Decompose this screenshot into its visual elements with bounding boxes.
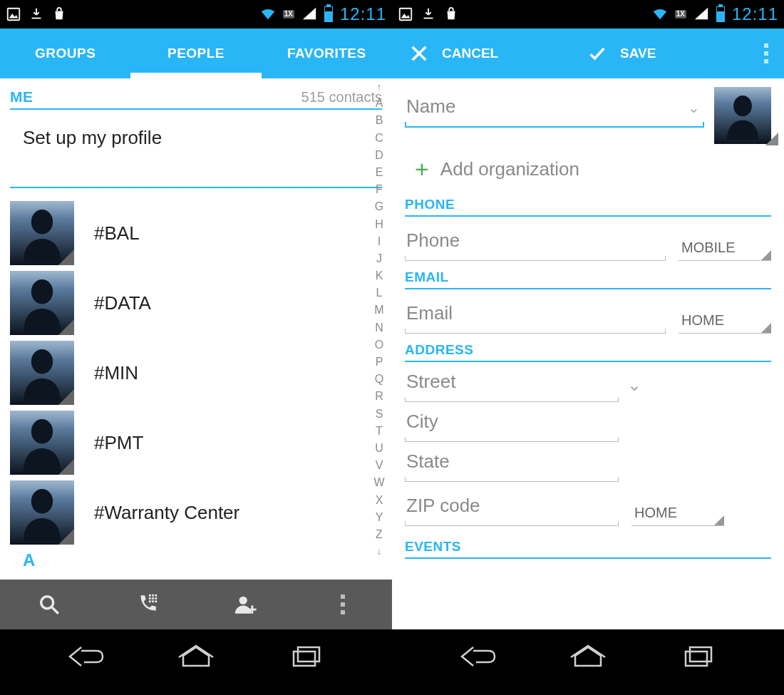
- index-letter[interactable]: N: [369, 321, 389, 334]
- index-letter[interactable]: V: [369, 459, 389, 472]
- expand-name-icon[interactable]: ⌄: [688, 99, 700, 116]
- svg-rect-33: [690, 647, 711, 661]
- contact-row[interactable]: #BAL: [10, 198, 392, 268]
- tab-people[interactable]: PEOPLE: [130, 29, 261, 78]
- store-icon: [51, 6, 67, 22]
- save-button[interactable]: SAVE: [570, 29, 748, 78]
- street-input[interactable]: [405, 362, 619, 402]
- add-contact-icon: [233, 592, 257, 617]
- overflow-menu-button[interactable]: [294, 594, 393, 614]
- index-letter[interactable]: W: [369, 476, 389, 489]
- index-letter[interactable]: U: [369, 442, 389, 455]
- tab-favorites[interactable]: FAVORITES: [262, 29, 392, 78]
- svg-point-5: [31, 279, 53, 304]
- svg-rect-16: [155, 597, 158, 599]
- index-letter[interactable]: G: [369, 200, 389, 213]
- overflow-menu-button[interactable]: [748, 29, 784, 78]
- overflow-icon: [764, 43, 768, 63]
- index-letter[interactable]: Y: [369, 511, 389, 524]
- svg-rect-15: [152, 597, 154, 599]
- add-organization-button[interactable]: + Add organization: [405, 144, 771, 191]
- status-bar: 1X 12:11: [0, 0, 392, 29]
- contacts-bottom-bar: [0, 580, 392, 629]
- expand-address-icon[interactable]: ⌄: [627, 375, 641, 402]
- index-letter[interactable]: A: [369, 97, 389, 110]
- index-letter[interactable]: C: [369, 132, 389, 145]
- section-events: EVENTS: [405, 536, 771, 559]
- city-input[interactable]: [405, 402, 619, 442]
- svg-line-10: [52, 607, 58, 614]
- plus-icon: +: [415, 157, 429, 181]
- nav-back-button[interactable]: [61, 641, 110, 672]
- index-letter[interactable]: S: [369, 408, 389, 421]
- index-letter[interactable]: F: [369, 183, 389, 196]
- svg-rect-13: [155, 594, 158, 597]
- svg-marker-1: [9, 14, 19, 18]
- index-letter[interactable]: P: [369, 356, 389, 369]
- nav-home-button[interactable]: [563, 641, 613, 672]
- phone-input[interactable]: [405, 221, 666, 261]
- network-1x-badge: 1X: [283, 10, 294, 19]
- index-letter[interactable]: X: [369, 494, 389, 507]
- index-letter[interactable]: B: [369, 114, 389, 127]
- address-type-spinner[interactable]: HOME: [631, 500, 724, 526]
- svg-rect-19: [155, 600, 158, 602]
- setup-profile-text: Set up my profile: [23, 127, 162, 149]
- index-letter[interactable]: D: [369, 149, 389, 162]
- me-label: ME: [10, 88, 33, 105]
- recent-apps-icon: [288, 644, 325, 669]
- contact-row[interactable]: #Warranty Center: [10, 478, 392, 547]
- section-address: ADDRESS: [405, 339, 771, 362]
- svg-point-9: [41, 597, 53, 609]
- dialer-icon: [135, 592, 159, 617]
- name-input[interactable]: [405, 87, 704, 128]
- svg-rect-32: [686, 652, 707, 666]
- section-email: EMAIL: [405, 267, 771, 289]
- add-contact-button[interactable]: [196, 592, 294, 617]
- index-letter[interactable]: M: [369, 304, 389, 316]
- overflow-icon: [341, 594, 345, 614]
- zip-input[interactable]: [405, 486, 619, 526]
- svg-rect-25: [400, 9, 412, 21]
- download-icon: [421, 6, 436, 22]
- tabs-bar: GROUPS PEOPLE FAVORITES: [0, 29, 392, 78]
- svg-point-31: [733, 96, 752, 116]
- state-input[interactable]: [405, 442, 619, 482]
- contact-row[interactable]: #MIN: [10, 338, 392, 408]
- nav-back-button[interactable]: [453, 641, 502, 672]
- index-letter[interactable]: L: [369, 287, 389, 299]
- dialer-button[interactable]: [98, 592, 197, 617]
- contact-name: #DATA: [94, 292, 151, 314]
- store-icon: [443, 6, 459, 22]
- setup-profile-row[interactable]: Set up my profile: [10, 110, 382, 188]
- close-icon: [409, 43, 429, 63]
- index-letter[interactable]: R: [369, 390, 389, 403]
- contact-row[interactable]: #DATA: [10, 268, 392, 338]
- tab-groups[interactable]: GROUPS: [0, 29, 130, 78]
- nav-recent-button[interactable]: [282, 641, 331, 672]
- index-letter[interactable]: J: [369, 252, 389, 265]
- index-letter[interactable]: Q: [369, 373, 389, 386]
- contact-name: #PMT: [94, 432, 143, 454]
- email-type-spinner[interactable]: HOME: [679, 308, 771, 334]
- svg-point-8: [31, 489, 53, 514]
- index-letter[interactable]: K: [369, 269, 389, 282]
- phone-type-spinner[interactable]: MOBILE: [679, 235, 771, 261]
- contact-list[interactable]: #BAL #DATA #MIN #PMT #Warranty Center A: [0, 198, 392, 570]
- nav-recent-button[interactable]: [674, 641, 723, 672]
- index-letter[interactable]: I: [369, 235, 389, 248]
- contact-photo-button[interactable]: [714, 87, 771, 144]
- index-letter[interactable]: T: [369, 425, 389, 438]
- index-letter[interactable]: Z: [369, 528, 389, 541]
- search-button[interactable]: [0, 592, 98, 617]
- contact-row[interactable]: #PMT: [10, 408, 392, 478]
- index-letter[interactable]: H: [369, 218, 389, 231]
- index-letter[interactable]: E: [369, 166, 389, 179]
- cancel-button[interactable]: CANCEL: [392, 29, 570, 78]
- signal-icon: [301, 6, 317, 22]
- index-letter[interactable]: O: [369, 339, 389, 351]
- svg-rect-14: [149, 597, 151, 599]
- email-input[interactable]: [405, 294, 666, 334]
- alpha-index-scroll[interactable]: ↑ A B C D E F G H I J K L M N O P Q R S …: [369, 78, 389, 580]
- nav-home-button[interactable]: [171, 641, 221, 672]
